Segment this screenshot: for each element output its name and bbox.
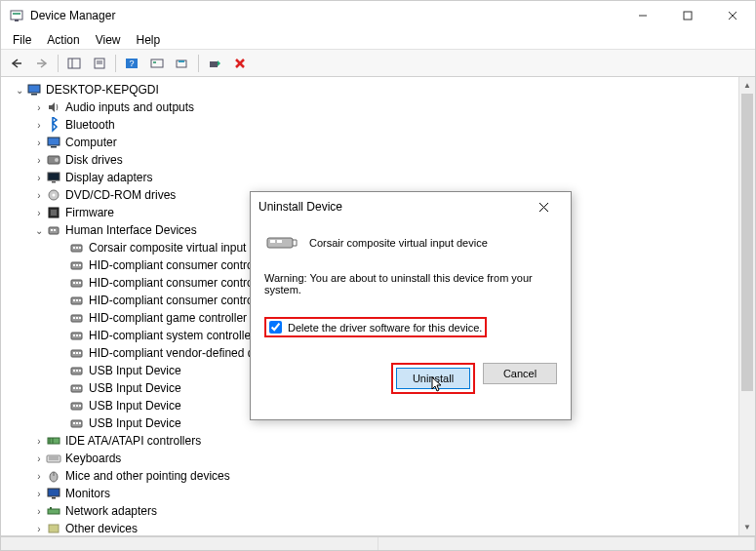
tree-category[interactable]: ›Computer: [1, 134, 738, 151]
hid-device-icon: [69, 257, 85, 273]
svg-rect-55: [73, 317, 75, 319]
tree-category[interactable]: ›Monitors: [1, 485, 738, 502]
delete-driver-checkbox-row[interactable]: Delete the driver software for this devi…: [264, 317, 487, 337]
node-label: Network adapters: [65, 504, 157, 518]
tree-category[interactable]: ›Audio inputs and outputs: [1, 98, 738, 116]
show-hide-console-tree-button[interactable]: [62, 53, 86, 74]
svg-rect-1: [13, 13, 20, 15]
svg-rect-40: [76, 247, 78, 249]
svg-rect-75: [73, 405, 75, 407]
close-button[interactable]: [710, 1, 755, 30]
toolbar-separator: [115, 55, 116, 72]
dialog-close-button[interactable]: [524, 192, 563, 221]
node-label: Keyboards: [65, 452, 121, 465]
svg-rect-72: [76, 387, 78, 389]
expander-icon[interactable]: ⌄: [13, 85, 26, 96]
tree-category[interactable]: ›Keyboards: [1, 450, 738, 467]
menu-file[interactable]: File: [5, 31, 39, 49]
properties-button[interactable]: [88, 53, 111, 74]
tree-category[interactable]: ›Network adapters: [1, 502, 738, 520]
hid-device-icon: [69, 293, 85, 308]
tree-category[interactable]: ›Mice and other pointing devices: [1, 467, 738, 485]
node-label: Other devices: [65, 522, 138, 535]
tree-category[interactable]: ›Disk drives: [1, 151, 738, 169]
minimize-button[interactable]: [620, 1, 665, 30]
enable-device-button[interactable]: [203, 53, 226, 74]
scroll-track[interactable]: [739, 94, 755, 519]
svg-rect-53: [79, 299, 81, 301]
tree-category[interactable]: ›Display adapters: [1, 169, 738, 186]
toolbar-separator: [198, 55, 199, 72]
node-label: USB Input Device: [89, 399, 181, 413]
svg-rect-2: [15, 20, 19, 21]
node-label: Bluetooth: [65, 118, 115, 132]
window-controls: [620, 1, 755, 30]
hid-device-icon: [69, 398, 85, 413]
svg-rect-17: [153, 61, 156, 63]
svg-rect-23: [28, 85, 40, 93]
hid-device-icon: [69, 363, 85, 378]
expander-icon[interactable]: ›: [32, 506, 46, 517]
expander-icon[interactable]: ›: [32, 453, 46, 464]
menubar: File Action View Help: [1, 30, 755, 50]
cancel-button[interactable]: Cancel: [483, 363, 557, 384]
maximize-button[interactable]: [665, 1, 710, 30]
ide-icon: [46, 433, 61, 449]
uninstall-device-button[interactable]: [228, 53, 252, 74]
svg-rect-98: [270, 240, 275, 243]
svg-rect-81: [79, 422, 81, 424]
menu-view[interactable]: View: [88, 31, 129, 49]
expander-icon[interactable]: ›: [32, 471, 46, 482]
vertical-scrollbar[interactable]: ▲ ▼: [738, 77, 755, 535]
node-label: Firmware: [65, 206, 114, 219]
back-button[interactable]: [5, 53, 28, 74]
update-driver-button[interactable]: [171, 53, 194, 74]
delete-driver-checkbox[interactable]: [269, 321, 282, 334]
svg-rect-63: [73, 352, 75, 354]
node-label: Mice and other pointing devices: [65, 469, 230, 483]
expander-icon[interactable]: ›: [32, 489, 46, 499]
expander-icon[interactable]: ›: [32, 155, 46, 166]
svg-text:?: ?: [129, 59, 134, 68]
firmware-icon: [46, 205, 61, 220]
help-button[interactable]: ?: [120, 53, 143, 74]
scroll-up-arrow[interactable]: ▲: [739, 77, 755, 94]
svg-rect-39: [73, 247, 75, 249]
expander-icon[interactable]: ›: [32, 138, 46, 148]
scroll-down-arrow[interactable]: ▼: [739, 519, 755, 535]
svg-rect-24: [31, 94, 37, 96]
svg-rect-69: [79, 370, 81, 372]
tree-root[interactable]: ⌄DESKTOP-KEPQGDI: [1, 81, 738, 98]
expander-icon[interactable]: ⌄: [32, 225, 46, 236]
hid-device-icon: [69, 380, 85, 396]
expander-icon[interactable]: ›: [32, 190, 46, 201]
svg-rect-44: [76, 264, 78, 266]
expander-icon[interactable]: ›: [32, 436, 46, 447]
tree-category[interactable]: ›IDE ATA/ATAPI controllers: [1, 432, 738, 450]
svg-rect-94: [49, 525, 59, 532]
menu-action[interactable]: Action: [39, 31, 87, 49]
tree-category[interactable]: ›Bluetooth: [1, 116, 738, 134]
scan-hardware-button[interactable]: [145, 53, 169, 74]
toolbar-separator: [58, 55, 59, 72]
computer-icon: [46, 135, 61, 150]
expander-icon[interactable]: ›: [32, 120, 46, 131]
expander-icon[interactable]: ›: [32, 208, 46, 218]
node-label: Display adapters: [65, 171, 152, 184]
uninstall-button[interactable]: Uninstall: [396, 368, 470, 389]
svg-rect-43: [73, 264, 75, 266]
hid-device-icon: [69, 345, 85, 361]
scroll-thumb[interactable]: [741, 94, 753, 391]
dialog-body: Corsair composite virtual input device W…: [251, 221, 571, 337]
expander-icon[interactable]: ›: [32, 524, 46, 534]
menu-help[interactable]: Help: [129, 31, 169, 49]
tree-category[interactable]: ›Other devices: [1, 520, 738, 535]
node-label: DESKTOP-KEPQGDI: [46, 83, 159, 97]
expander-icon[interactable]: ›: [32, 102, 46, 113]
svg-rect-9: [68, 59, 80, 68]
dialog-buttons: Uninstall Cancel: [251, 363, 571, 406]
svg-rect-90: [48, 489, 60, 496]
svg-point-28: [55, 158, 59, 162]
forward-button[interactable]: [30, 53, 54, 74]
expander-icon[interactable]: ›: [32, 173, 46, 183]
